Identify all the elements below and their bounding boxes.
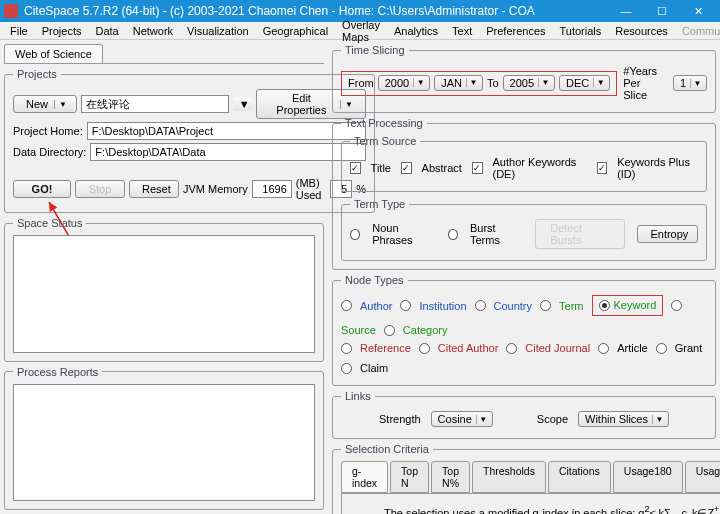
- category-radio[interactable]: [384, 325, 395, 336]
- article-radio[interactable]: [598, 343, 609, 354]
- process-reports-panel: [13, 384, 315, 502]
- keyword-radio[interactable]: [599, 300, 610, 311]
- to-label: To: [487, 77, 499, 89]
- source-radio[interactable]: [671, 300, 682, 311]
- tab-usage2013[interactable]: Usage2013: [685, 461, 720, 493]
- menu-visualization[interactable]: Visualization: [181, 24, 255, 38]
- detect-bursts-button: Detect Bursts: [535, 219, 625, 249]
- author-keywords-checkbox[interactable]: ✓: [472, 162, 483, 174]
- chevron-down-icon: ▼: [54, 100, 67, 109]
- project-dropdown-arrow[interactable]: ▼: [233, 97, 252, 111]
- space-status-legend: Space Status: [13, 217, 86, 229]
- node-types-legend: Node Types: [341, 274, 408, 286]
- data-directory-input[interactable]: [90, 143, 366, 161]
- term-source-legend: Term Source: [350, 135, 420, 147]
- gindex-desc1: The selection uses a modified g-index in…: [354, 504, 720, 514]
- grant-radio[interactable]: [656, 343, 667, 354]
- data-directory-label: Data Directory:: [13, 146, 86, 158]
- menubar: File Projects Data Network Visualization…: [0, 22, 720, 40]
- entropy-button[interactable]: Entropy: [637, 225, 698, 243]
- go-button[interactable]: GO!: [13, 180, 71, 198]
- selection-criteria-legend: Selection Criteria: [341, 443, 433, 455]
- app-icon: [4, 4, 18, 18]
- cited-journal-radio[interactable]: [506, 343, 517, 354]
- menu-preferences[interactable]: Preferences: [480, 24, 551, 38]
- jvm-memory-value: [252, 180, 292, 198]
- tab-topn[interactable]: Top N: [390, 461, 429, 493]
- years-per-slice-select[interactable]: 1▼: [673, 75, 707, 91]
- time-slicing-legend: Time Slicing: [341, 44, 409, 56]
- from-label: From: [348, 77, 374, 89]
- new-button[interactable]: New▼: [13, 95, 77, 113]
- keywords-plus-checkbox[interactable]: ✓: [597, 162, 608, 174]
- menu-analytics[interactable]: Analytics: [388, 24, 444, 38]
- menu-network[interactable]: Network: [127, 24, 179, 38]
- menu-file[interactable]: File: [4, 24, 34, 38]
- burst-terms-radio[interactable]: [448, 229, 458, 240]
- menu-geographical[interactable]: Geographical: [257, 24, 334, 38]
- projects-legend: Projects: [13, 68, 61, 80]
- scope-label: Scope: [537, 413, 568, 425]
- author-radio[interactable]: [341, 300, 352, 311]
- minimize-button[interactable]: —: [608, 0, 644, 22]
- close-button[interactable]: ✕: [680, 0, 716, 22]
- scope-select[interactable]: Within Slices▼: [578, 411, 669, 427]
- from-month-select[interactable]: JAN▼: [434, 75, 483, 91]
- to-month-select[interactable]: DEC▼: [559, 75, 610, 91]
- reference-radio[interactable]: [341, 343, 352, 354]
- jvm-unit: (MB) Used: [296, 177, 326, 201]
- maximize-button[interactable]: ☐: [644, 0, 680, 22]
- term-radio[interactable]: [540, 300, 551, 311]
- links-legend: Links: [341, 390, 375, 402]
- menu-projects[interactable]: Projects: [36, 24, 88, 38]
- menu-tutorials[interactable]: Tutorials: [554, 24, 608, 38]
- menu-community: Community: [676, 24, 720, 38]
- years-per-slice-label: #Years Per Slice: [623, 65, 667, 101]
- tab-web-of-science[interactable]: Web of Science: [4, 44, 103, 63]
- tab-citations[interactable]: Citations: [548, 461, 611, 493]
- abstract-checkbox[interactable]: ✓: [401, 162, 412, 174]
- project-home-label: Project Home:: [13, 125, 83, 137]
- strength-label: Strength: [379, 413, 421, 425]
- jvm-label: JVM Memory: [183, 183, 248, 195]
- country-radio[interactable]: [475, 300, 486, 311]
- tab-gindex[interactable]: g-index: [341, 461, 388, 493]
- project-name-input[interactable]: [81, 95, 229, 113]
- institution-radio[interactable]: [400, 300, 411, 311]
- strength-select[interactable]: Cosine▼: [431, 411, 493, 427]
- window-title: CiteSpace 5.7.R2 (64-bit) - (c) 2003-202…: [24, 4, 608, 18]
- claim-radio[interactable]: [341, 363, 352, 374]
- stop-button: Stop: [75, 180, 125, 198]
- from-year-select[interactable]: 2000▼: [378, 75, 430, 91]
- noun-phrases-radio[interactable]: [350, 229, 360, 240]
- title-checkbox[interactable]: ✓: [350, 162, 361, 174]
- cited-author-radio[interactable]: [419, 343, 430, 354]
- text-processing-legend: Text Processing: [341, 117, 427, 129]
- space-status-panel: [13, 235, 315, 353]
- tab-topnp[interactable]: Top N%: [431, 461, 470, 493]
- term-type-legend: Term Type: [350, 198, 409, 210]
- menu-resources[interactable]: Resources: [609, 24, 674, 38]
- tab-usage180[interactable]: Usage180: [613, 461, 683, 493]
- menu-data[interactable]: Data: [89, 24, 124, 38]
- reset-button[interactable]: Reset: [129, 180, 179, 198]
- to-year-select[interactable]: 2005▼: [503, 75, 555, 91]
- tab-thresholds[interactable]: Thresholds: [472, 461, 546, 493]
- menu-text[interactable]: Text: [446, 24, 478, 38]
- project-home-input[interactable]: [87, 122, 366, 140]
- process-reports-legend: Process Reports: [13, 366, 102, 378]
